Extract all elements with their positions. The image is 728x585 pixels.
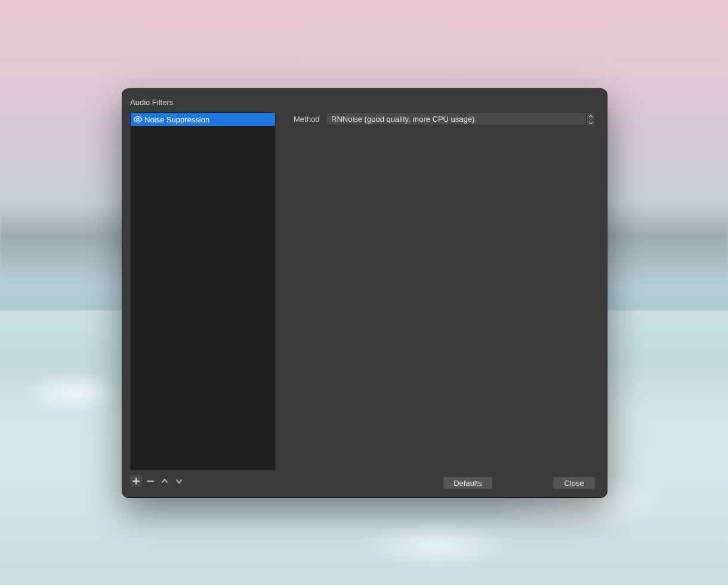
select-stepper[interactable] [586,112,596,127]
add-filter-button[interactable] [130,475,142,487]
filter-row[interactable]: Noise Suppression [131,113,275,126]
filter-row-label: Noise Suppression [144,115,209,124]
move-filter-down-button[interactable] [173,475,185,487]
defaults-button[interactable]: Defaults [443,476,493,489]
filters-list-controls [130,475,185,487]
eye-icon[interactable] [133,115,143,124]
method-label: Method [294,115,319,124]
close-button[interactable]: Close [553,476,596,489]
filters-list[interactable]: Noise Suppression [130,112,276,470]
dialog-title: Audio Filters [130,98,173,107]
defaults-button-label: Defaults [454,479,482,488]
remove-filter-button[interactable] [144,475,156,487]
stepper-down-icon[interactable] [587,119,595,126]
svg-point-0 [137,118,139,121]
audio-filters-dialog: Audio Filters Noise Suppression Method R… [122,88,607,498]
move-filter-up-button[interactable] [159,475,171,487]
close-button-label: Close [564,479,584,488]
method-select[interactable]: RNNoise (good quality, more CPU usage) [326,112,596,125]
stepper-up-icon[interactable] [587,113,595,119]
method-select-value: RNNoise (good quality, more CPU usage) [331,115,474,124]
